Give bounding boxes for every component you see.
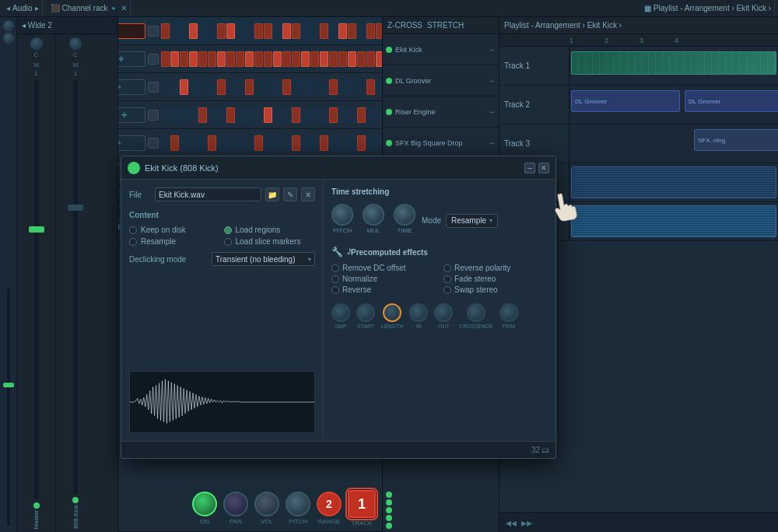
crossfade-knob[interactable] (467, 303, 485, 322)
pad[interactable] (310, 107, 319, 123)
pad[interactable] (292, 51, 300, 67)
pad[interactable] (329, 51, 338, 67)
in-knob[interactable] (409, 303, 428, 322)
pad[interactable] (217, 51, 226, 67)
pad[interactable] (236, 51, 244, 67)
pad[interactable] (329, 79, 338, 95)
pad[interactable] (208, 79, 216, 95)
pad[interactable] (245, 135, 254, 151)
pad[interactable] (292, 135, 300, 151)
pad[interactable] (348, 23, 356, 39)
pad[interactable] (264, 51, 272, 67)
pad[interactable] (282, 51, 291, 67)
pad[interactable] (180, 135, 188, 151)
pad[interactable] (236, 135, 244, 151)
pad[interactable] (348, 107, 356, 123)
pad[interactable] (217, 135, 226, 151)
pad[interactable] (301, 135, 310, 151)
pad[interactable] (189, 79, 198, 95)
pad[interactable] (376, 79, 382, 95)
pad[interactable] (208, 51, 216, 67)
pad[interactable] (357, 23, 366, 39)
keep-on-disk-radio[interactable]: Keep on disk (129, 226, 221, 234)
pad[interactable] (245, 79, 254, 95)
pad[interactable] (338, 135, 347, 151)
effect-normalize[interactable]: Normalize (331, 275, 436, 283)
rewind-icon[interactable]: ◂◂ (506, 516, 517, 529)
vol-knob[interactable] (254, 492, 279, 516)
pad[interactable] (226, 79, 235, 95)
pad[interactable] (348, 79, 356, 95)
pad[interactable] (189, 23, 198, 39)
pad[interactable] (376, 107, 382, 123)
pad[interactable] (198, 23, 207, 39)
pad[interactable] (320, 135, 328, 151)
pad[interactable] (366, 135, 375, 151)
pad[interactable] (366, 79, 375, 95)
pad[interactable] (170, 135, 179, 151)
pad[interactable] (226, 107, 235, 123)
pad[interactable] (310, 135, 319, 151)
pad[interactable] (320, 107, 328, 123)
track-button[interactable]: 1 (348, 490, 376, 518)
declicking-dropdown[interactable]: Transient (no bleeding) ▾ (212, 252, 315, 266)
pad[interactable] (320, 51, 328, 67)
file-close-button[interactable]: ✕ (301, 187, 315, 201)
pad[interactable] (254, 51, 263, 67)
clip-dl-groover-1[interactable]: DL Groover (571, 90, 680, 112)
start-knob[interactable] (356, 303, 375, 322)
808kick-fader-thumb[interactable] (68, 205, 83, 211)
pad[interactable] (273, 79, 282, 95)
ch-small-btn-4[interactable] (148, 110, 159, 121)
pad[interactable] (236, 23, 244, 39)
pad[interactable] (264, 107, 272, 123)
pad[interactable] (292, 79, 300, 95)
length-knob[interactable] (383, 303, 401, 322)
on-knob[interactable] (192, 492, 217, 516)
pad[interactable] (254, 107, 263, 123)
effect-remove-dc[interactable]: Remove DC offset (331, 264, 436, 272)
pad[interactable] (226, 51, 235, 67)
clip-sylenth2[interactable] (571, 166, 776, 198)
clip-dl-groover-2[interactable]: DL Groover (685, 90, 778, 112)
effect-reverse[interactable]: Reverse (331, 285, 436, 294)
pad[interactable] (376, 135, 382, 151)
pad[interactable] (366, 51, 375, 67)
ch-small-btn-3[interactable] (148, 82, 159, 93)
pad[interactable] (329, 107, 338, 123)
fast-forward-icon[interactable]: ▸▸ (521, 516, 532, 529)
ch-small-btn-1[interactable] (148, 26, 159, 37)
pad[interactable] (357, 107, 366, 123)
effect-fade-stereo[interactable]: Fade stereo (443, 275, 548, 283)
clip-ekit-kick[interactable] (571, 51, 776, 75)
pad[interactable] (198, 107, 207, 123)
pad[interactable] (245, 23, 254, 39)
pad[interactable] (329, 23, 338, 39)
pad[interactable] (357, 79, 366, 95)
pad[interactable] (254, 135, 263, 151)
pad[interactable] (357, 135, 366, 151)
pad[interactable] (310, 51, 319, 67)
pad[interactable] (273, 135, 282, 151)
pad[interactable] (282, 23, 291, 39)
pad[interactable] (236, 107, 244, 123)
pad[interactable] (329, 135, 338, 151)
pitch-knob[interactable] (286, 492, 310, 516)
pad[interactable] (254, 79, 263, 95)
pad[interactable] (226, 135, 235, 151)
pad[interactable] (338, 51, 347, 67)
pad[interactable] (236, 79, 244, 95)
file-browse-button[interactable]: 📁 (265, 187, 279, 201)
pad[interactable] (376, 23, 382, 39)
pad[interactable] (338, 23, 347, 39)
trim-knob[interactable] (499, 303, 518, 322)
pad[interactable] (170, 107, 179, 123)
smp-knob[interactable] (331, 303, 350, 322)
pad[interactable] (301, 79, 310, 95)
pad[interactable] (198, 51, 207, 67)
range-knob[interactable]: 2 (317, 492, 342, 516)
pad[interactable] (180, 51, 188, 67)
pad[interactable] (292, 23, 300, 39)
pad[interactable] (161, 79, 170, 95)
pad[interactable] (217, 107, 226, 123)
